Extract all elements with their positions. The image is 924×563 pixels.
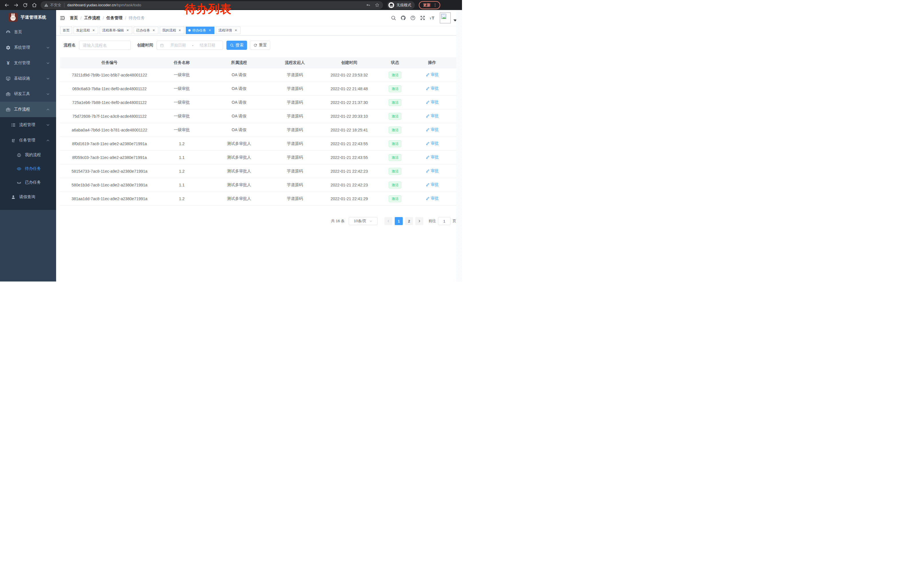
close-icon[interactable]: × [208,29,212,32]
fullscreen-icon[interactable] [420,15,425,21]
sidebar-item-label: 请假查询 [19,194,56,200]
yen-icon: ¥ [6,61,10,66]
create-time-label: 创建时间 [137,43,153,48]
status-badge: 激活 [389,195,401,202]
tab-发起流程[interactable]: 发起流程× [74,27,98,34]
sidebar-item-todo-task[interactable]: 待办任务 [0,162,56,176]
sidebar-item-devtools[interactable]: 研发工具 [0,86,56,102]
approve-link-label: 审批 [431,127,439,132]
process-name-input[interactable] [79,41,131,50]
sidebar-collapse-button[interactable] [60,15,65,21]
github-icon[interactable] [400,15,406,21]
sidebar-item-system[interactable]: 系统管理 [0,40,56,55]
next-page-button[interactable] [416,217,423,225]
goto-page-input[interactable] [438,217,450,225]
key-icon[interactable] [366,3,371,8]
approve-link-label: 审批 [431,155,439,160]
sidebar-item-infra[interactable]: 基础设施 [0,71,56,86]
approve-link[interactable]: 审批 [426,113,439,119]
sidebar-menu: 首页系统管理¥支付管理基础设施研发工具工作流程流程管理任务管理我的流程待办任务已… [0,24,56,205]
cell-status: 激活 [382,195,408,202]
page-button-1[interactable]: 1 [395,217,403,225]
forward-icon[interactable] [14,3,19,8]
breadcrumb-home[interactable]: 首页 [70,15,78,21]
not-secure-warning-icon [44,3,48,7]
sidebar-item-home[interactable]: 首页 [0,24,56,40]
approve-link-label: 审批 [431,100,439,105]
app-title: 芋道管理系统 [21,15,46,20]
app-logo[interactable]: 芋道管理系统 [0,10,56,24]
url-path: /bpm/task/todo [116,3,141,7]
reload-icon[interactable] [22,3,28,8]
table-row: 069c6a63-7b8a-11ec-8ef0-acde48001122一级审批… [60,82,456,96]
tab-待办任务[interactable]: 待办任务× [186,27,214,34]
approve-link[interactable]: 审批 [426,155,439,160]
cell-actions: 审批 [408,182,456,188]
sidebar-item-leave-query[interactable]: 请假查询 [0,189,56,205]
cell-status: 激活 [382,99,408,106]
sidebar-item-process-mgmt[interactable]: 流程管理 [0,117,56,132]
table-row: 725a1eb6-7b88-11ec-8ef0-acde48001122一级审批… [60,96,456,110]
page-size-select[interactable]: 10条/页 [349,217,378,225]
tab-流程表单-编辑[interactable]: 流程表单-编辑× [100,27,132,34]
sidebar-item-task-mgmt[interactable]: 任务管理 [0,132,56,148]
approve-link[interactable]: 审批 [426,86,439,91]
cell-task-name: 一级审批 [159,72,205,78]
cell-starter: 芋道源码 [273,100,316,105]
back-icon[interactable] [4,3,9,8]
date-range-picker[interactable]: 开始日期 - 结束日期 [157,41,223,50]
breadcrumb-task-mgmt[interactable]: 任务管理 [106,15,123,21]
table-row: 58154733-7ac8-11ec-a9e2-a2380e71991a1.2测… [60,164,456,178]
sidebar-item-payment[interactable]: ¥支付管理 [0,55,56,71]
task-table: 任务编号 任务名称 所属流程 流程发起人 创建时间 状态 操作 73211d9d… [60,57,456,206]
tab-首页[interactable]: 首页 [60,27,72,34]
cell-task-name: 一级审批 [159,100,205,105]
search-icon [230,43,234,47]
approve-link[interactable]: 审批 [426,196,439,201]
reset-button[interactable]: 重置 [250,41,270,50]
cell-create-time: 2022-01-21 22:43:55 [316,141,382,146]
close-icon[interactable]: × [178,29,182,32]
close-icon[interactable]: × [126,29,130,32]
help-icon[interactable] [410,15,416,21]
search-icon[interactable] [391,15,396,21]
page-button-2[interactable]: 2 [405,217,413,225]
breadcrumb-workflow[interactable]: 工作流程 [84,15,100,21]
sidebar-item-done-task[interactable]: 已办任务 [0,176,56,189]
logo-image [9,13,18,22]
tab-已办任务[interactable]: 已办任务× [134,27,158,34]
sidebar-item-label: 支付管理 [14,60,46,66]
user-avatar[interactable] [440,12,451,24]
approve-link[interactable]: 审批 [426,168,439,174]
close-icon[interactable]: × [92,29,96,32]
cell-process: OA 请假 [205,114,273,119]
broken-image-icon [441,14,447,19]
home-icon[interactable] [32,3,37,8]
cell-status: 激活 [382,182,408,188]
chevron-down-icon [46,77,50,81]
search-button[interactable]: 搜索 [226,41,247,50]
update-button[interactable]: 更新 [419,1,440,9]
approve-link[interactable]: 审批 [426,127,439,132]
update-label: 更新 [423,3,430,8]
sidebar-item-my-process[interactable]: 我的流程 [0,148,56,162]
tab-我的流程[interactable]: 我的流程× [160,27,184,34]
sidebar-item-workflow[interactable]: 工作流程 [0,102,56,117]
approve-link[interactable]: 审批 [426,182,439,187]
chevron-down-icon [46,46,50,50]
active-tab-dot [188,29,190,32]
font-size-icon[interactable]: TT [430,15,435,21]
bookmark-star-icon[interactable] [375,3,380,8]
browser-menu-icon[interactable] [433,3,437,7]
cell-task-id: 73211d9d-7b9b-11ec-b5b7-acde48001122 [60,73,159,77]
approve-link[interactable]: 审批 [426,72,439,77]
approve-link[interactable]: 审批 [426,100,439,105]
approve-link[interactable]: 审批 [426,141,439,146]
prev-page-button[interactable] [384,217,393,225]
cell-starter: 芋道源码 [273,196,316,201]
cell-actions: 审批 [408,155,456,160]
tab-流程详情[interactable]: 流程详情× [216,27,240,34]
close-icon[interactable]: × [152,29,156,32]
close-icon[interactable]: × [234,29,238,32]
toolbox-icon [6,92,10,96]
